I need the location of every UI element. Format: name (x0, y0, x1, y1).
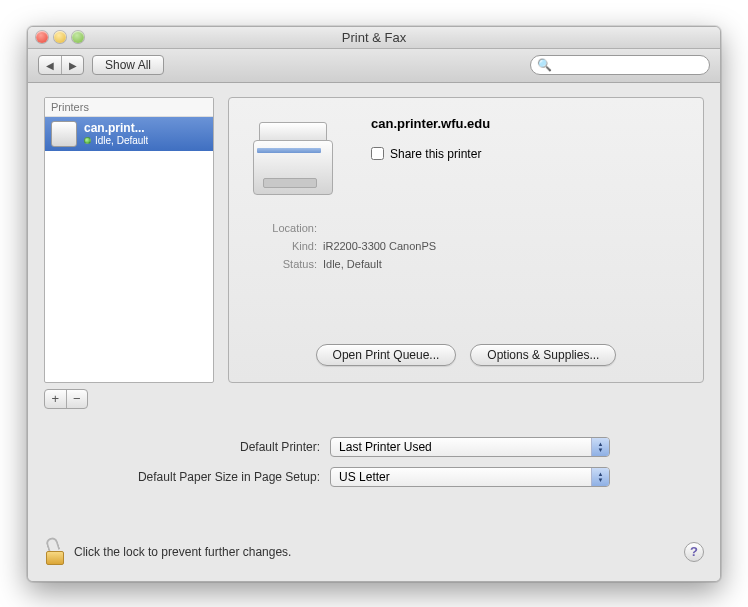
location-value (323, 222, 687, 234)
status-label: Status: (245, 258, 317, 270)
printer-title: can.printer.wfu.edu (371, 116, 687, 131)
lock-text: Click the lock to prevent further change… (74, 545, 291, 559)
default-printer-popup[interactable]: Last Printer Used ▲▼ (330, 437, 610, 457)
content-area: Printers can.print... Idle, Default (28, 83, 720, 581)
status-dot-icon (84, 137, 91, 144)
forward-button[interactable]: ▶ (61, 56, 83, 74)
footer: Click the lock to prevent further change… (44, 519, 704, 565)
printer-icon (51, 121, 77, 147)
share-printer-label: Share this printer (390, 147, 481, 161)
default-paper-label: Default Paper Size in Page Setup: (138, 470, 320, 484)
help-button[interactable]: ? (684, 542, 704, 562)
toolbar: ◀ ▶ Show All 🔍 (28, 49, 720, 83)
printer-detail-panel: can.printer.wfu.edu Share this printer L… (228, 97, 704, 383)
preferences-window: Print & Fax ◀ ▶ Show All 🔍 Printers can.… (27, 26, 721, 582)
options-supplies-button[interactable]: Options & Supplies... (470, 344, 616, 366)
search-input[interactable] (556, 59, 703, 71)
status-value: Idle, Default (323, 258, 687, 270)
printer-status: Idle, Default (84, 135, 148, 146)
search-field[interactable]: 🔍 (530, 55, 710, 75)
default-printer-label: Default Printer: (138, 440, 320, 454)
remove-printer-button[interactable]: − (66, 390, 88, 408)
minimize-button[interactable] (54, 31, 66, 43)
default-paper-value: US Letter (339, 470, 390, 484)
printer-list-item[interactable]: can.print... Idle, Default (45, 117, 213, 151)
printer-large-icon (245, 112, 355, 212)
printers-list: Printers can.print... Idle, Default (44, 97, 214, 383)
close-button[interactable] (36, 31, 48, 43)
nav-group: ◀ ▶ (38, 55, 84, 75)
back-button[interactable]: ◀ (39, 56, 61, 74)
zoom-button[interactable] (72, 31, 84, 43)
titlebar: Print & Fax (28, 27, 720, 49)
printers-panel: Printers can.print... Idle, Default (44, 97, 214, 409)
window-title: Print & Fax (28, 30, 720, 45)
default-paper-popup[interactable]: US Letter ▲▼ (330, 467, 610, 487)
lock-icon[interactable] (44, 539, 66, 565)
add-remove-group: + − (44, 389, 88, 409)
chevron-updown-icon: ▲▼ (591, 468, 609, 486)
printer-text: can.print... Idle, Default (84, 121, 148, 146)
chevron-updown-icon: ▲▼ (591, 438, 609, 456)
default-printer-value: Last Printer Used (339, 440, 432, 454)
window-controls (36, 31, 84, 43)
kind-label: Kind: (245, 240, 317, 252)
open-print-queue-button[interactable]: Open Print Queue... (316, 344, 457, 366)
location-label: Location: (245, 222, 317, 234)
defaults-section: Default Printer: Last Printer Used ▲▼ De… (44, 437, 704, 487)
show-all-button[interactable]: Show All (92, 55, 164, 75)
printers-header: Printers (45, 98, 213, 117)
search-icon: 🔍 (537, 58, 552, 72)
kind-value: iR2200-3300 CanonPS (323, 240, 687, 252)
share-printer-checkbox[interactable] (371, 147, 384, 160)
add-printer-button[interactable]: + (45, 390, 66, 408)
printer-name: can.print... (84, 121, 148, 135)
